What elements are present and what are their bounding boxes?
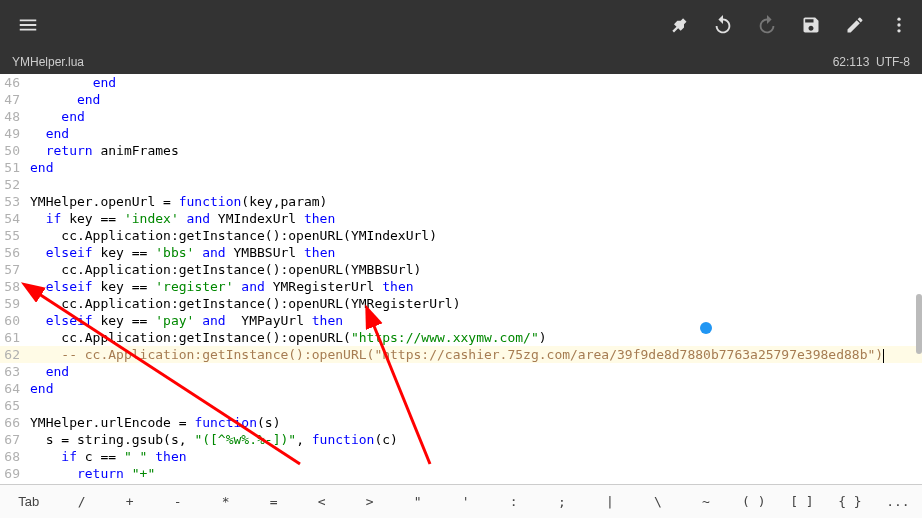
cursor-position: 62:113 xyxy=(833,55,870,69)
encoding-label: UTF-8 xyxy=(876,55,910,69)
save-button[interactable] xyxy=(798,12,824,38)
symbol-key[interactable]: { } xyxy=(826,494,874,509)
line-number: 59 xyxy=(0,295,24,312)
code-editor[interactable]: 46 end 47 end 48 end 49 end 50 return an… xyxy=(0,74,922,484)
line-number: 51 xyxy=(0,159,24,176)
svg-point-1 xyxy=(897,23,900,26)
symbol-key[interactable]: " xyxy=(394,494,442,509)
pin-button[interactable] xyxy=(666,12,692,38)
dots-vertical-icon xyxy=(889,15,909,35)
line-number: 64 xyxy=(0,380,24,397)
selection-handle[interactable] xyxy=(700,322,712,334)
text-cursor xyxy=(883,349,884,363)
line-number: 47 xyxy=(0,91,24,108)
redo-button[interactable] xyxy=(754,12,780,38)
line-number: 68 xyxy=(0,448,24,465)
svg-point-0 xyxy=(897,18,900,21)
symbol-bar: Tab / + - * = < > " ' : ; | \ ~ ( ) [ ] … xyxy=(0,484,922,518)
undo-button[interactable] xyxy=(710,12,736,38)
line-number: 53 xyxy=(0,193,24,210)
scrollbar-thumb[interactable] xyxy=(916,294,922,354)
status-right: 62:113 UTF-8 xyxy=(833,55,910,69)
undo-icon xyxy=(712,14,734,36)
symbol-key[interactable]: < xyxy=(298,494,346,509)
line-number: 46 xyxy=(0,74,24,91)
pin-icon xyxy=(669,15,689,35)
hamburger-icon xyxy=(17,14,39,36)
more-button[interactable] xyxy=(886,12,912,38)
pencil-icon xyxy=(845,15,865,35)
symbol-key[interactable]: ' xyxy=(442,494,490,509)
tab-bar: YMHelper.lua 62:113 UTF-8 xyxy=(0,50,922,74)
filename-label[interactable]: YMHelper.lua xyxy=(12,55,84,69)
symbol-key[interactable]: = xyxy=(250,494,298,509)
line-number: 58 xyxy=(0,278,24,295)
line-number: 48 xyxy=(0,108,24,125)
symbol-key[interactable]: ... xyxy=(874,494,922,509)
symbol-key[interactable]: - xyxy=(154,494,202,509)
symbol-key[interactable]: : xyxy=(490,494,538,509)
vertical-scrollbar[interactable] xyxy=(916,134,922,414)
line-number: 57 xyxy=(0,261,24,278)
line-number: 54 xyxy=(0,210,24,227)
line-number: 52 xyxy=(0,176,24,193)
svg-point-2 xyxy=(897,29,900,32)
line-number: 62 xyxy=(0,346,24,363)
symbol-key[interactable]: / xyxy=(58,494,106,509)
symbol-key-tab[interactable]: Tab xyxy=(0,494,58,509)
line-number: 67 xyxy=(0,431,24,448)
redo-icon xyxy=(756,14,778,36)
line-number: 61 xyxy=(0,329,24,346)
line-number: 60 xyxy=(0,312,24,329)
line-number: 49 xyxy=(0,125,24,142)
symbol-key[interactable]: ~ xyxy=(682,494,730,509)
symbol-key[interactable]: \ xyxy=(634,494,682,509)
line-number: 50 xyxy=(0,142,24,159)
symbol-key[interactable]: > xyxy=(346,494,394,509)
edit-button[interactable] xyxy=(842,12,868,38)
symbol-key[interactable]: ( ) xyxy=(730,494,778,509)
line-number: 65 xyxy=(0,397,24,414)
symbol-key[interactable]: * xyxy=(202,494,250,509)
symbol-key[interactable]: [ ] xyxy=(778,494,826,509)
symbol-key[interactable]: | xyxy=(586,494,634,509)
line-number: 69 xyxy=(0,465,24,482)
symbol-key[interactable]: + xyxy=(106,494,154,509)
line-number: 56 xyxy=(0,244,24,261)
line-number: 70 xyxy=(0,482,24,484)
line-number: 66 xyxy=(0,414,24,431)
symbol-key[interactable]: ; xyxy=(538,494,586,509)
line-number: 63 xyxy=(0,363,24,380)
main-toolbar xyxy=(0,0,922,50)
menu-button[interactable] xyxy=(10,7,46,43)
save-icon xyxy=(801,15,821,35)
line-number: 55 xyxy=(0,227,24,244)
